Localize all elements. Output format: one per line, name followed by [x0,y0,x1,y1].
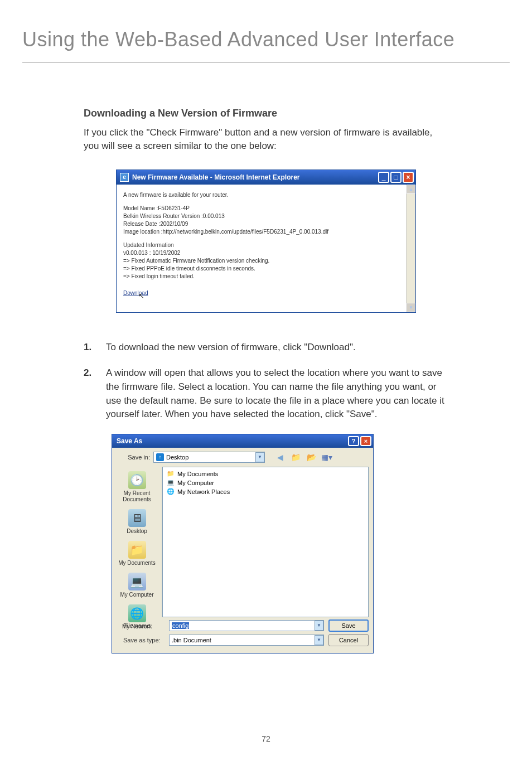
ie-window: e New Firmware Available - Microsoft Int… [116,170,416,313]
savein-combo[interactable]: ⌂ Desktop ▼ [153,452,265,463]
saveastype-label: Save as type: [117,637,165,643]
computer-icon: 💻 [128,573,146,590]
page-number: 72 [262,734,270,743]
title-divider [22,62,510,63]
computer-small-icon: 💻 [166,479,175,487]
image-location-line: Image location :http://networking.belkin… [123,228,399,236]
model-line: Model Name :F5D6231-4P [123,205,399,212]
section-heading: Downloading a New Version of Firmware [84,108,448,119]
update-note-2: => Fixed PPPoE idle timeout disconnects … [123,265,399,273]
intro-text: If you click the "Check Firmware" button… [84,126,448,153]
file-item-mycomp[interactable]: 💻 My Computer [165,478,366,487]
place-desktop-label: Desktop [127,528,147,534]
chevron-down-icon[interactable]: ▼ [315,621,323,631]
update-head: Updated Information [123,241,399,249]
scroll-up-icon[interactable]: ▲ [407,185,415,194]
ie-content: A new firmware is available for your rou… [117,185,406,312]
cancel-button[interactable]: Cancel [328,634,369,646]
toolbar-icons: ◀ 📁 📂 ▦▾ [274,451,333,463]
chevron-down-icon[interactable]: ▼ [315,635,323,645]
cursor-icon: ↖ [138,291,144,301]
step-1-number: 1. [84,341,106,355]
place-desktop[interactable]: 🖥 Desktop [115,507,159,539]
ie-window-title: New Firmware Available - Microsoft Inter… [132,173,378,181]
place-computer[interactable]: 💻 My Computer [115,570,159,602]
file-item-mydocs[interactable]: 📁 My Documents [165,469,366,478]
places-bar: 🕑 My Recent Documents 🖥 Desktop 📁 My Doc… [112,467,162,617]
file-label: My Network Places [177,488,230,495]
help-button[interactable]: ? [348,436,359,446]
filename-input[interactable]: config ▼ [169,620,324,631]
ie-app-icon: e [120,173,129,182]
network-small-icon: 🌐 [166,488,175,496]
step-1-text: To download the new version of firmware,… [106,341,448,355]
firmware-intro: A new firmware is available for your rou… [123,191,399,199]
file-label: My Computer [177,480,214,486]
recent-icon: 🕑 [128,471,146,489]
save-button[interactable]: Save [328,619,369,632]
filename-value: config [172,622,189,629]
up-folder-icon[interactable]: 📁 [289,451,302,463]
saveas-bottom: File name: config ▼ Save Save as type: .… [112,617,373,653]
savein-value: Desktop [166,454,262,461]
scroll-down-icon[interactable]: ▼ [407,303,415,312]
chevron-down-icon[interactable]: ▼ [255,452,264,462]
scroll-track[interactable] [407,194,415,303]
saveas-body: 🕑 My Recent Documents 🖥 Desktop 📁 My Doc… [112,467,373,617]
saveas-close-button[interactable]: × [360,436,371,446]
update-note-3: => Fixed login timeout failed. [123,273,399,280]
folder-icon: 📁 [166,470,175,478]
saveas-titlebar: Save As ? × [112,434,373,448]
place-documents[interactable]: 📁 My Documents [115,539,159,570]
back-icon[interactable]: ◀ [274,451,286,463]
views-icon[interactable]: ▦▾ [321,451,333,463]
new-folder-icon[interactable]: 📂 [305,451,317,463]
step-2: 2. A window will open that allows you to… [84,366,448,422]
filename-label: File name: [117,622,165,629]
ie-body: A new firmware is available for your rou… [117,185,415,312]
place-documents-label: My Documents [118,560,156,566]
minimize-button[interactable]: _ [378,172,389,183]
file-item-networkplaces[interactable]: 🌐 My Network Places [165,487,366,496]
saveastype-input[interactable]: .bin Document ▼ [169,635,324,646]
content-area: Downloading a New Version of Firmware If… [0,108,532,653]
place-computer-label: My Computer [120,592,153,598]
firmware-info-block: Model Name :F5D6231-4P Belkin Wireless R… [123,205,399,236]
savein-label: Save in: [117,454,150,461]
step-2-number: 2. [84,366,106,422]
file-list-area[interactable]: 📁 My Documents 💻 My Computer 🌐 My Networ… [162,467,369,617]
saveas-toolbar: Save in: ⌂ Desktop ▼ ◀ 📁 📂 ▦▾ [112,448,373,467]
maximize-button[interactable]: □ [390,172,402,183]
documents-icon: 📁 [128,541,146,559]
desktop-icon: ⌂ [156,453,164,461]
saveastype-row: Save as type: .bin Document ▼ Cancel [117,634,369,646]
version-line: Belkin Wireless Router Version :0.00.013 [123,212,399,220]
step-1: 1. To download the new version of firmwa… [84,341,448,355]
scrollbar[interactable]: ▲ ▼ [406,185,415,312]
window-buttons: _ □ × [378,172,414,183]
network-icon: 🌐 [128,604,146,622]
ie-titlebar: e New Firmware Available - Microsoft Int… [117,170,415,185]
update-info-block: Updated Information v0.00.013 : 10/19/20… [123,241,399,280]
page-title: Using the Web-Based Advanced User Interf… [0,0,532,62]
step-2-text: A window will open that allows you to se… [106,366,448,422]
saveas-dialog: Save As ? × Save in: ⌂ Desktop ▼ ◀ 📁 📂 ▦… [112,434,374,653]
saveastype-value: .bin Document [172,637,211,643]
desktop-place-icon: 🖥 [128,509,146,527]
update-note-1: => Fixed Automatic Firmware Notification… [123,257,399,265]
place-recent[interactable]: 🕑 My Recent Documents [115,469,159,507]
update-version: v0.00.013 : 10/19/2002 [123,249,399,257]
place-recent-label: My Recent Documents [123,490,151,502]
release-line: Release Date :2002/10/09 [123,220,399,228]
file-label: My Documents [177,471,218,477]
step-list: 1. To download the new version of firmwa… [84,341,448,422]
saveas-title: Save As [117,437,347,445]
close-button[interactable]: × [403,172,414,183]
place-network[interactable]: 🌐 My Network [115,602,159,634]
